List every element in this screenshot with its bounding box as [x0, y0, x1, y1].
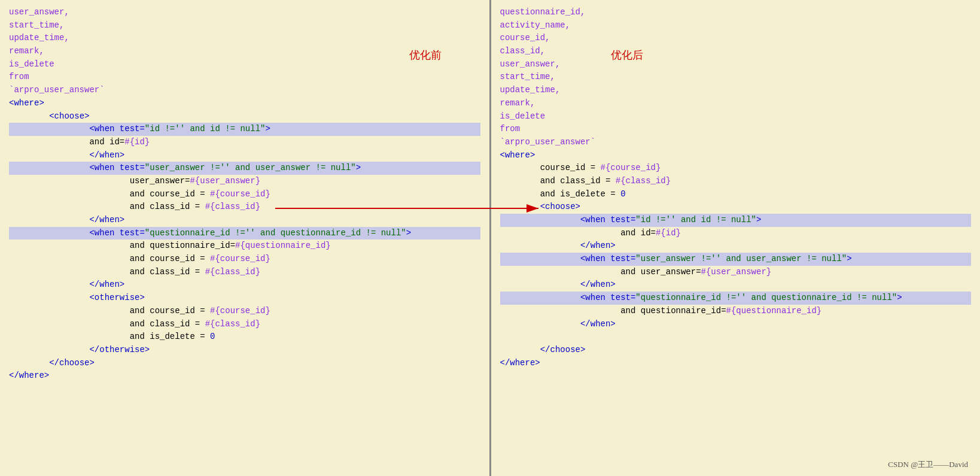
code-line: class_id,	[500, 45, 972, 58]
code-line: <choose>	[500, 201, 972, 214]
code-line: <when test="questionnaire_id !='' and qu…	[500, 292, 972, 305]
code-line: <when test="questionnaire_id !='' and qu…	[9, 227, 480, 240]
code-line: and questionnaire_id=#{questionnaire_id}	[9, 239, 480, 253]
code-line: update_time,	[500, 84, 972, 97]
code-line: </when>	[9, 214, 480, 227]
main-container: 优化前 user_answer,start_time,update_time,r…	[0, 0, 980, 476]
code-line: <when test="id !='' and id != null">	[9, 123, 480, 136]
code-line: </when>	[500, 318, 972, 331]
code-line: and is_delete = 0	[9, 331, 480, 344]
code-line: from	[500, 123, 972, 136]
code-line: is_delete	[500, 110, 972, 123]
code-line: <where>	[9, 97, 480, 110]
code-line: </where>	[9, 369, 480, 383]
code-line	[500, 331, 972, 344]
code-line: </otherwise>	[9, 344, 480, 357]
code-line: </when>	[500, 278, 972, 292]
code-line: activity_name,	[500, 19, 972, 32]
code-line: and course_id = #{course_id}	[9, 188, 480, 201]
code-line: </choose>	[500, 344, 972, 357]
code-line: remark,	[500, 97, 972, 110]
code-line: <when test="id !='' and id != null">	[500, 214, 972, 227]
code-line: <when test="user_answer !='' and user_an…	[9, 162, 480, 175]
code-line: and is_delete = 0	[500, 188, 972, 201]
code-line: and class_id = #{class_id}	[9, 266, 480, 279]
right-panel: 优化后 questionnaire_id,activity_name,cours…	[491, 0, 981, 476]
code-line: </choose>	[9, 357, 480, 370]
code-line: user_answer,	[9, 6, 480, 19]
code-line: update_time,	[9, 32, 480, 45]
code-line: course_id,	[500, 32, 972, 45]
code-line: <when test="user_answer !='' and user_an…	[500, 253, 972, 266]
code-line: </when>	[500, 239, 972, 253]
code-line: </when>	[9, 278, 480, 292]
code-line: start_time,	[500, 71, 972, 84]
after-label: 优化后	[611, 48, 643, 62]
code-line: <where>	[500, 149, 972, 162]
code-line: `arpro_user_answer`	[9, 84, 480, 97]
code-line: user_answer,	[500, 58, 972, 71]
right-code-block: questionnaire_id,activity_name,course_id…	[500, 6, 972, 369]
code-line: questionnaire_id,	[500, 6, 972, 19]
code-line: and class_id = #{class_id}	[500, 175, 972, 188]
code-line: start_time,	[9, 19, 480, 32]
code-line: and class_id = #{class_id}	[9, 318, 480, 331]
code-line: </where>	[500, 357, 972, 370]
code-line: and course_id = #{course_id}	[9, 305, 480, 318]
before-label: 优化前	[409, 48, 442, 62]
code-line: and questionnaire_id=#{questionnaire_id}	[500, 305, 972, 318]
code-line: course_id = #{course_id}	[500, 162, 972, 175]
code-line: and user_answer=#{user_answer}	[500, 266, 972, 279]
code-line: from	[9, 71, 480, 84]
watermark: CSDN @王卫——David	[888, 459, 968, 470]
left-code-block: user_answer,start_time,update_time,remar…	[9, 6, 480, 383]
code-line: `arpro_user_answer`	[500, 136, 972, 149]
code-line: and course_id = #{course_id}	[9, 253, 480, 266]
code-line: user_answer=#{user_answer}	[9, 175, 480, 188]
left-panel: 优化前 user_answer,start_time,update_time,r…	[0, 0, 491, 476]
code-line: and id=#{id}	[500, 227, 972, 240]
code-line: and class_id = #{class_id}	[9, 201, 480, 214]
code-line: <choose>	[9, 110, 480, 123]
code-line: <otherwise>	[9, 292, 480, 305]
code-line: </when>	[9, 149, 480, 162]
code-line: and id=#{id}	[9, 136, 480, 149]
